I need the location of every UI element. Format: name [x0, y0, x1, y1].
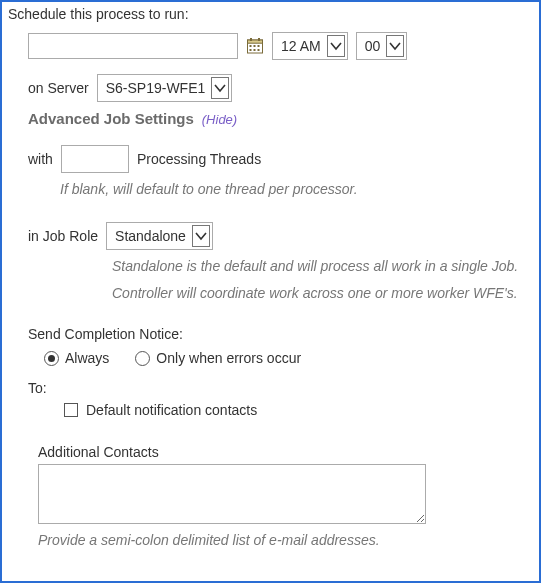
default-contacts-checkbox[interactable] — [64, 403, 78, 417]
chevron-down-icon — [211, 77, 229, 99]
job-role-select[interactable]: Standalone — [106, 222, 213, 250]
server-label: on Server — [28, 80, 89, 96]
notice-radio-errors[interactable]: Only when errors occur — [135, 350, 301, 366]
additional-contacts-input[interactable] — [38, 464, 426, 524]
schedule-hour-value: 12 AM — [281, 38, 321, 54]
svg-rect-6 — [258, 45, 260, 47]
processing-threads-input[interactable] — [61, 145, 129, 173]
schedule-date-input[interactable] — [28, 33, 238, 59]
svg-rect-1 — [248, 40, 263, 43]
to-label: To: — [28, 380, 533, 396]
threads-suffix-label: Processing Threads — [137, 151, 261, 167]
radio-icon — [44, 351, 59, 366]
svg-rect-2 — [250, 38, 252, 41]
schedule-minute-select[interactable]: 00 — [356, 32, 408, 60]
schedule-minute-value: 00 — [365, 38, 381, 54]
advanced-heading-label: Advanced Job Settings — [28, 110, 194, 127]
server-select[interactable]: S6-SP19-WFE1 — [97, 74, 233, 102]
chevron-down-icon — [386, 35, 404, 57]
svg-rect-3 — [258, 38, 260, 41]
schedule-heading: Schedule this process to run: — [8, 6, 533, 22]
server-value: S6-SP19-WFE1 — [106, 80, 206, 96]
svg-rect-4 — [250, 45, 252, 47]
radio-label-always: Always — [65, 350, 109, 366]
processing-threads-row: with Processing Threads — [28, 145, 533, 173]
job-role-helper-2: Controller will coordinate work across o… — [112, 283, 532, 304]
job-role-helper-1: Standalone is the default and will proce… — [112, 256, 532, 277]
job-role-value: Standalone — [115, 228, 186, 244]
additional-contacts-label: Additional Contacts — [38, 444, 533, 460]
job-role-row: in Job Role Standalone — [28, 222, 533, 250]
server-row: on Server S6-SP19-WFE1 — [28, 74, 533, 102]
job-role-label: in Job Role — [28, 228, 98, 244]
threads-helper-text: If blank, will default to one thread per… — [60, 179, 533, 200]
radio-icon — [135, 351, 150, 366]
send-completion-notice-label: Send Completion Notice: — [28, 326, 533, 342]
chevron-down-icon — [192, 225, 210, 247]
threads-prefix-label: with — [28, 151, 53, 167]
additional-contacts-helper: Provide a semi-colon delimited list of e… — [38, 532, 533, 548]
advanced-toggle-link[interactable]: Hide — [202, 112, 237, 127]
default-contacts-label: Default notification contacts — [86, 402, 257, 418]
svg-rect-9 — [258, 49, 260, 51]
default-contacts-row[interactable]: Default notification contacts — [64, 402, 533, 418]
notice-radio-always[interactable]: Always — [44, 350, 109, 366]
advanced-job-settings-header: Advanced Job Settings Hide — [28, 110, 533, 127]
calendar-icon[interactable] — [246, 37, 264, 55]
radio-label-errors: Only when errors occur — [156, 350, 301, 366]
schedule-hour-select[interactable]: 12 AM — [272, 32, 348, 60]
schedule-datetime-row: 12 AM 00 — [28, 32, 533, 60]
svg-rect-7 — [250, 49, 252, 51]
svg-rect-8 — [254, 49, 256, 51]
notice-radio-group: Always Only when errors occur — [44, 350, 533, 366]
chevron-down-icon — [327, 35, 345, 57]
svg-rect-5 — [254, 45, 256, 47]
